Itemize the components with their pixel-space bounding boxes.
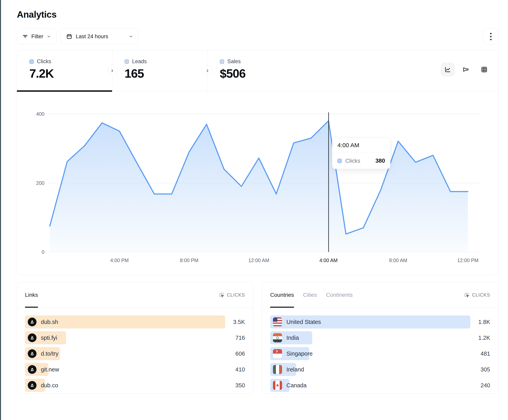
sg-flag-icon [273,349,282,358]
page-title: Analytics [17,9,498,20]
grid-icon [481,66,488,73]
stat-value: 165 [125,66,207,80]
stat-tab-clicks[interactable]: Clicks 7.2K [17,51,112,91]
dub-logo-icon: ∆ [28,333,37,342]
tab-links[interactable]: Links [25,283,38,307]
chevron-right-icon [110,68,115,73]
tab-cities[interactable]: Cities [303,283,317,307]
links-metric-selector[interactable]: CLICKS [219,292,245,298]
clicks-chart: 0200400 4:00 AM Clicks 380 4:00 PM8:00 P… [17,91,498,275]
line-chart-view-button[interactable] [441,63,455,76]
stat-value: 7.2K [29,66,112,80]
clicks-indicator-icon [29,59,34,64]
geo-panel: CountriesCitiesContinents CLICKS United … [262,282,498,394]
date-range-button[interactable]: Last 24 hours [61,29,139,44]
dub-logo-icon: ∆ [28,349,37,358]
link-row[interactable]: ∆spti.fyi716 [25,331,245,344]
expand-leads-button[interactable] [202,65,213,76]
line-chart-icon [444,66,451,73]
tab-countries[interactable]: Countries [270,283,294,307]
country-row[interactable]: India1.2K [270,331,490,344]
row-value: 716 [225,335,245,341]
expand-clicks-button[interactable] [107,65,117,76]
x-tick-label: 12:00 AM [248,258,269,263]
y-tick-label: 400 [36,111,45,117]
stat-label: Leads [132,58,147,65]
row-value: 305 [470,366,490,373]
tooltip-value: 380 [375,158,385,164]
toolbar: Filter Last 24 hours [17,29,498,44]
filter-button[interactable]: Filter [17,29,57,44]
countries-list: United States1.8KIndia1.2KSingapore481Ir… [262,307,498,392]
filter-button-label: Filter [31,34,43,40]
y-axis-labels: 0200400 [17,112,49,252]
x-tick-label: 4:00 PM [110,258,129,263]
dub-logo-icon: ∆ [28,381,37,390]
funnel-icon [463,66,469,73]
clicks-indicator-icon [337,159,342,163]
y-tick-label: 0 [42,249,45,255]
links-list: ∆dub.sh3.5K∆spti.fyi716∆d.to/try606∆git.… [17,307,253,392]
stat-value: $506 [220,66,303,80]
chart-view-toggles [441,63,491,76]
link-row[interactable]: ∆dub.sh3.5K [25,315,245,328]
chevron-down-icon [46,34,51,39]
row-label: dub.co [41,382,58,389]
date-range-label: Last 24 hours [76,34,108,40]
hover-crosshair [328,112,329,252]
analytics-card: Clicks 7.2K Leads 165 Sales $506 [17,50,498,275]
x-tick-label: 4:00 AM [319,258,338,263]
sales-indicator-icon [220,59,224,64]
country-row[interactable]: Singapore481 [270,347,490,360]
row-label: Ireland [286,366,304,373]
x-axis-labels: 4:00 PM8:00 PM12:00 AM4:00 AM8:00 AM12:0… [49,252,481,265]
row-value: 3.5K [225,319,245,325]
row-label: United States [286,319,321,325]
geo-metric-selector[interactable]: CLICKS [464,292,490,298]
analytics-page: Analytics Filter Last 24 hours [0,0,508,409]
ca-flag-icon [273,381,282,390]
y-tick-label: 200 [36,180,45,186]
row-label: India [286,335,299,341]
leads-indicator-icon [125,59,129,64]
chart-plot-area[interactable]: 4:00 AM Clicks 380 [49,112,481,252]
kebab-icon [490,33,492,34]
ie-flag-icon [273,365,282,374]
stat-tab-sales[interactable]: Sales $506 [208,51,303,91]
in-flag-icon [273,333,282,342]
stat-tab-leads[interactable]: Leads 165 [112,51,208,91]
tooltip-series-label: Clicks [345,158,372,164]
row-label: Singapore [286,350,313,357]
chart-tooltip: 4:00 AM Clicks 380 [332,138,390,169]
chevron-down-icon [128,34,133,39]
country-row[interactable]: United States1.8K [270,315,490,328]
country-row[interactable]: Ireland305 [270,363,490,376]
row-label: git.new [41,366,59,373]
table-view-button[interactable] [478,63,491,76]
links-metric-label: CLICKS [227,292,245,298]
geo-tabs: CountriesCitiesContinents [270,283,353,307]
link-row[interactable]: ∆dub.co350 [25,379,245,392]
row-value: 240 [470,382,490,389]
row-value: 606 [225,350,245,357]
row-label: dub.sh [41,319,58,325]
chevron-right-icon [205,68,210,73]
geo-metric-label: CLICKS [472,292,490,298]
x-tick-label: 8:00 AM [389,258,407,263]
tab-continents[interactable]: Continents [326,283,353,307]
link-row[interactable]: ∆git.new410 [25,363,245,376]
row-value: 481 [470,350,490,357]
links-panel: Links CLICKS ∆dub.sh3.5K∆spti.fyi716∆d.t… [17,282,253,394]
more-menu-button[interactable] [483,29,498,44]
funnel-view-button[interactable] [459,63,473,76]
calendar-icon [66,34,72,39]
link-row[interactable]: ∆d.to/try606 [25,347,245,360]
cursor-click-icon [464,292,470,298]
country-row[interactable]: Canada240 [270,379,490,392]
dub-logo-icon: ∆ [28,318,37,326]
x-tick-label: 8:00 PM [180,258,198,263]
stat-label: Sales [227,58,241,65]
stat-tabs-row: Clicks 7.2K Leads 165 Sales $506 [17,51,498,91]
cursor-click-icon [219,292,224,298]
row-value: 1.8K [470,319,490,325]
